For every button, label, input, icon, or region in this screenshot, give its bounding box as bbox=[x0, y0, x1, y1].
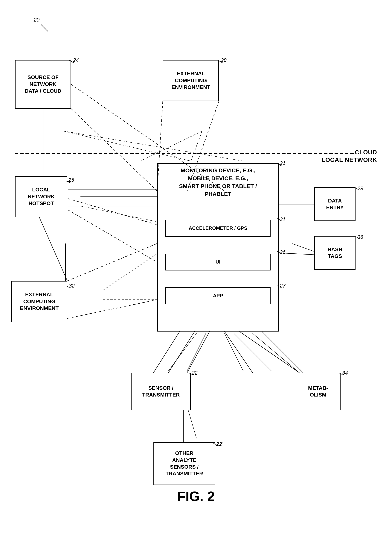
svg-line-11 bbox=[187, 334, 206, 371]
svg-line-10 bbox=[168, 334, 196, 371]
svg-line-39 bbox=[39, 217, 67, 281]
ref-31-label: 31 bbox=[280, 216, 285, 222]
svg-line-3 bbox=[191, 131, 202, 161]
data-entry-box: DATAENTRY bbox=[314, 187, 355, 221]
other-analyte-box: OTHERANALYTESENSORS /TRANSMITTER bbox=[154, 442, 215, 485]
svg-line-26 bbox=[68, 210, 157, 262]
svg-line-25 bbox=[68, 199, 157, 225]
ui-box: UI bbox=[165, 254, 271, 271]
svg-line-28 bbox=[67, 300, 157, 318]
local-network-section-label: LOCAL NETWORK bbox=[322, 156, 377, 163]
svg-line-18 bbox=[253, 334, 299, 373]
ref-20-arrow bbox=[41, 24, 48, 31]
source-network-box: SOURCE OFNETWORKDATA / CLOUD bbox=[15, 60, 71, 109]
svg-line-37 bbox=[262, 332, 303, 373]
ref-20-label: 20 bbox=[34, 17, 39, 23]
svg-line-1 bbox=[64, 131, 191, 161]
ref-22p-label: 22' bbox=[216, 441, 223, 447]
svg-line-33 bbox=[239, 332, 299, 373]
ref-24-label: 24 bbox=[73, 57, 79, 63]
local-network-hotspot-box: LOCALNETWORKHOTSPOT bbox=[15, 176, 67, 217]
accelerometer-gps-box: ACCELEROMETER / GPS bbox=[165, 220, 271, 237]
ref-36-label: 36 bbox=[357, 234, 363, 240]
svg-line-13 bbox=[224, 334, 243, 371]
ref-29-label: 29 bbox=[357, 186, 363, 191]
figure-label: FIG. 2 bbox=[0, 489, 392, 504]
svg-line-21 bbox=[71, 109, 157, 191]
monitoring-device-box: MONITORING DEVICE, E.G.,MOBILE DEVICE, E… bbox=[157, 163, 279, 332]
sensor-transmitter-box: SENSOR /TRANSMITTER bbox=[131, 373, 191, 410]
svg-line-27 bbox=[67, 243, 157, 281]
svg-line-4 bbox=[140, 131, 202, 161]
diagram: 20 SOURCE OFNETWORKDATA / CLOUD 24 EXTER… bbox=[0, 0, 392, 534]
hash-tags-box: HASHTAGS bbox=[314, 236, 355, 270]
svg-line-32 bbox=[224, 332, 253, 373]
app-box: APP bbox=[165, 287, 271, 304]
cloud-section-label: CLOUD bbox=[355, 149, 377, 156]
external-computing-local-box: EXTERNALCOMPUTINGENVIRONMENT bbox=[11, 281, 67, 322]
svg-line-14 bbox=[234, 334, 271, 371]
svg-line-30 bbox=[168, 332, 195, 373]
metabolism-box: METAB-OLISM bbox=[296, 373, 341, 410]
svg-line-17 bbox=[292, 243, 318, 253]
svg-line-31 bbox=[187, 332, 210, 373]
svg-line-15 bbox=[187, 406, 196, 438]
ref-26-label: 26 bbox=[280, 249, 285, 255]
external-computing-top-box: EXTERNALCOMPUTINGENVIRONMENT bbox=[163, 60, 219, 101]
svg-line-29 bbox=[154, 332, 180, 373]
svg-line-2 bbox=[64, 131, 243, 161]
ref-27-label: 27 bbox=[280, 283, 285, 289]
